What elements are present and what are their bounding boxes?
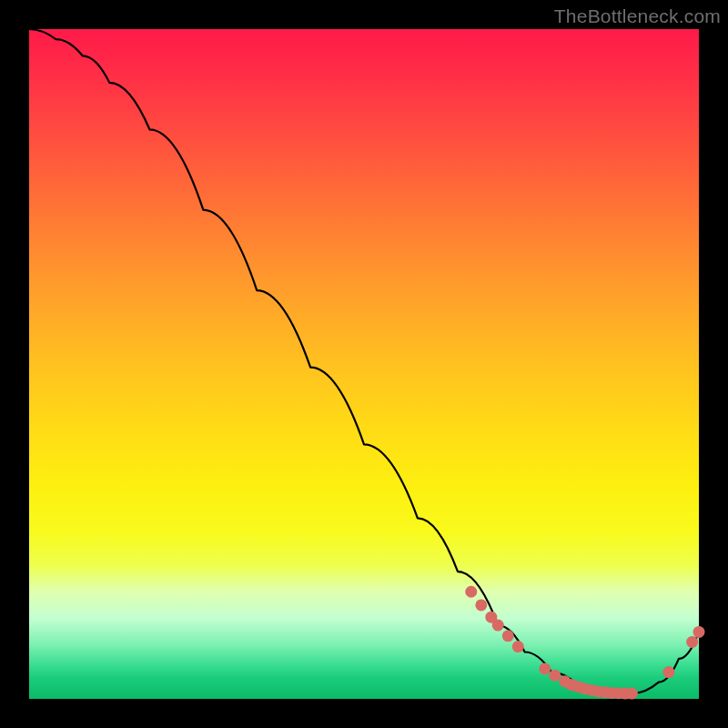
marker-dot [492, 620, 504, 632]
marker-dot [693, 626, 705, 638]
marker-dot [465, 586, 477, 598]
marker-dot [626, 688, 638, 700]
plot-area [29, 29, 699, 699]
chart-stage: TheBottleneck.com [0, 0, 728, 728]
marker-dot [686, 636, 698, 648]
chart-svg [29, 29, 699, 699]
watermark-text: TheBottleneck.com [554, 5, 721, 27]
highlight-markers [465, 586, 704, 700]
curve-path [29, 29, 699, 693]
bottleneck-curve [29, 29, 699, 693]
marker-dot [549, 670, 561, 682]
marker-dot [512, 641, 524, 652]
marker-dot [662, 666, 674, 678]
marker-dot [475, 599, 487, 611]
marker-dot [502, 630, 514, 642]
marker-dot [539, 662, 551, 674]
